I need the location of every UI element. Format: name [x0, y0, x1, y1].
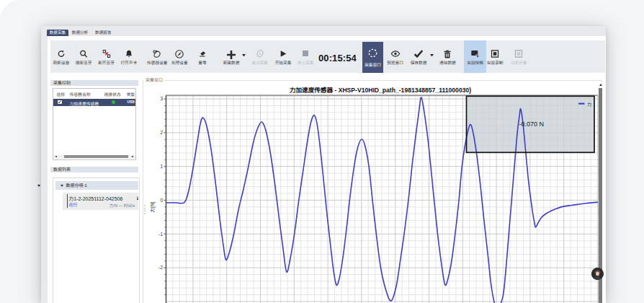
svg-text:2: 2 — [160, 130, 163, 135]
svg-text:力: 力 — [587, 102, 591, 107]
svg-text:力[N]: 力[N] — [150, 201, 156, 212]
svg-text:1: 1 — [160, 164, 163, 169]
svg-text:-2: -2 — [158, 265, 163, 270]
svg-text:-1: -1 — [158, 232, 163, 237]
svg-text:3: 3 — [160, 96, 163, 101]
svg-text:-0.070 N: -0.070 N — [519, 120, 545, 128]
svg-text:0: 0 — [160, 198, 163, 203]
